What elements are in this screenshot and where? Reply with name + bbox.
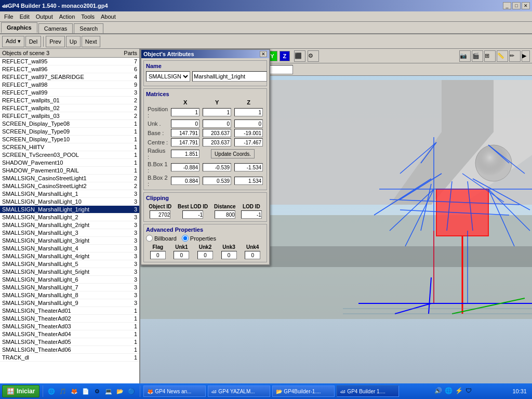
quicklaunch-media[interactable]: 🎵 <box>58 386 68 396</box>
tab-search[interactable]: Search <box>74 23 103 33</box>
lod-id-input[interactable] <box>241 210 262 219</box>
list-item[interactable]: SCREEN_TvScreen03_POOL1 <box>0 151 139 159</box>
radius-input[interactable] <box>171 150 200 158</box>
unk1-input[interactable] <box>174 251 189 259</box>
tray-icon-3[interactable]: ⚡ <box>455 387 463 395</box>
menu-file[interactable]: File <box>1 12 17 21</box>
list-item[interactable]: SCREEN_Display_Type101 <box>0 136 139 143</box>
grid-icon-button[interactable]: ⊞ <box>484 50 496 62</box>
wand-icon-button[interactable]: ✏ <box>509 50 521 62</box>
menu-action[interactable]: Action <box>56 12 78 21</box>
list-item[interactable]: SMALLSIGN_MarshallLight_103 <box>0 198 139 206</box>
list-item[interactable]: SMALLSIGN_TheaterAd011 <box>0 307 139 315</box>
bbox2-y-input[interactable] <box>203 177 231 185</box>
menu-about[interactable]: About <box>98 12 119 21</box>
more-icon-button[interactable]: ▶ <box>522 50 530 62</box>
attr-close-button[interactable]: ✕ <box>260 51 267 57</box>
quicklaunch-extra1[interactable]: 📄 <box>81 386 91 396</box>
list-item[interactable]: SMALLSIGN_MarshallLight_4right3 <box>0 252 139 260</box>
list-item[interactable]: SMALLSIGN_MarshallLight_23 <box>0 214 139 221</box>
list-item[interactable]: REFLECT_wallpits_032 <box>0 112 139 120</box>
pos-y-input[interactable] <box>203 108 231 116</box>
list-item[interactable]: SMALLSIGN_CasinoStreetLight12 <box>0 175 139 182</box>
tab-cameras[interactable]: Cameras <box>38 23 73 33</box>
bbox1-z-input[interactable] <box>234 163 263 171</box>
list-item[interactable]: SMALLSIGN_TheaterAd061 <box>0 346 139 354</box>
quicklaunch-extra4[interactable]: 📂 <box>115 386 125 396</box>
list-item[interactable]: SMALLSIGN_MarshallLight_63 <box>0 276 139 284</box>
list-item[interactable]: SCREEN_Display_Type081 <box>0 120 139 128</box>
list-item[interactable]: SMALLSIGN_MarshallLight_2right3 <box>0 221 139 229</box>
list-item[interactable]: SMALLSIGN_MarshallLight_1right3 <box>0 206 139 214</box>
lock-icon-button[interactable]: ⬛ <box>294 50 305 62</box>
base-y-input[interactable] <box>203 129 231 137</box>
list-item[interactable]: SMALLSIGN_TheaterAd051 <box>0 338 139 346</box>
list-item[interactable]: SCREEN_HillTV1 <box>0 143 139 151</box>
list-item[interactable]: SMALLSIGN_MarshallLight_73 <box>0 284 139 291</box>
unk-z-input[interactable] <box>234 119 263 128</box>
tray-icon-4[interactable]: 🛡 <box>466 387 474 395</box>
menu-tools[interactable]: Tools <box>78 12 98 21</box>
list-item[interactable]: SMALLSIGN_MarshallLight_93 <box>0 299 139 307</box>
quicklaunch-extra2[interactable]: ⚙ <box>92 386 102 396</box>
del-button[interactable]: Del <box>25 36 42 47</box>
list-item[interactable]: SMALLSIGN_MarshallLight_53 <box>0 260 139 268</box>
list-item[interactable]: SMALLSIGN_MarshallLight_5right3 <box>0 268 139 276</box>
bbox2-x-input[interactable] <box>171 177 200 185</box>
film-icon-button[interactable]: 🎬 <box>472 50 483 62</box>
list-item[interactable]: SMALLSIGN_TheaterAd021 <box>0 315 139 323</box>
maximize-button[interactable]: □ <box>512 2 521 9</box>
unk-x-input[interactable] <box>171 119 200 128</box>
list-item[interactable]: SHADOW_Pavement101 <box>0 159 139 167</box>
measure-icon-button[interactable]: 📏 <box>497 50 508 62</box>
taskbar-btn-3[interactable]: 🏎 GP4 Builder 1.... <box>337 385 399 397</box>
quicklaunch-fox[interactable]: 🦊 <box>69 386 79 396</box>
unk-y-input[interactable] <box>203 119 231 128</box>
list-item[interactable]: SMALLSIGN_MarshallLight_43 <box>0 245 139 252</box>
taskbar-btn-1[interactable]: 🏎 GP4 YAZALM... <box>208 385 270 397</box>
name-type-select[interactable]: SMALLSIGN <box>146 71 190 82</box>
settings-icon-button[interactable]: ⚙ <box>308 50 319 62</box>
camera-icon-button[interactable]: 📷 <box>459 50 471 62</box>
axis-z-button[interactable]: Z <box>280 51 290 61</box>
pos-x-input[interactable] <box>171 108 200 116</box>
bbox1-y-input[interactable] <box>203 163 231 171</box>
list-item[interactable]: SHADOW_Pavement10_RAIL1 <box>0 167 139 175</box>
close-button[interactable]: ✕ <box>522 2 530 9</box>
list-item[interactable]: SCREEN_Display_Type091 <box>0 128 139 136</box>
bbox2-z-input[interactable] <box>234 177 263 185</box>
start-button[interactable]: 🪟 Iniciar <box>2 385 39 397</box>
tray-icon-2[interactable]: 🌐 <box>445 387 453 395</box>
base-z-input[interactable] <box>234 129 263 137</box>
object-id-input[interactable] <box>150 210 170 219</box>
list-item[interactable]: SMALLSIGN_MarshallLight_83 <box>0 291 139 299</box>
billboard-radio[interactable] <box>146 235 153 242</box>
quicklaunch-ie[interactable]: 🌐 <box>46 386 57 396</box>
unk4-input[interactable] <box>245 251 260 259</box>
update-coords-button[interactable]: Update Coords. <box>211 149 255 158</box>
bbox1-x-input[interactable] <box>171 163 200 171</box>
pos-z-input[interactable] <box>234 108 263 116</box>
list-item[interactable]: REFLECT_wallpits_012 <box>0 97 139 104</box>
taskbar-btn-2[interactable]: 📂 GP4Builder-1.... <box>272 385 335 397</box>
minimize-button[interactable]: _ <box>503 2 511 9</box>
3d-viewport[interactable]: Object's Attributes ✕ Name SMALLSIGN Mat… <box>140 49 532 383</box>
centre-z-input[interactable] <box>234 138 263 147</box>
list-item[interactable]: SMALLSIGN_TheaterAd041 <box>0 330 139 338</box>
quicklaunch-extra3[interactable]: 💻 <box>103 386 114 396</box>
list-item[interactable]: REFLECT_wall957 <box>0 58 139 65</box>
properties-radio[interactable] <box>182 235 189 242</box>
centre-x-input[interactable] <box>171 138 200 147</box>
next-button[interactable]: Next <box>82 36 101 47</box>
unk3-input[interactable] <box>221 251 237 259</box>
distance-input[interactable] <box>215 210 235 219</box>
tray-icon-1[interactable]: 🔊 <box>434 387 443 395</box>
taskbar-btn-0[interactable]: 🦊 GP4 News an... <box>143 385 206 397</box>
base-x-input[interactable] <box>171 129 200 137</box>
list-item[interactable]: REFLECT_wallpits_022 <box>0 104 139 112</box>
quicklaunch-extra5[interactable]: 🔵 <box>126 386 137 396</box>
list-item[interactable]: SMALLSIGN_MarshallLight_33 <box>0 229 139 237</box>
best-lod-id-input[interactable] <box>182 210 203 219</box>
list-item[interactable]: REFLECT_wall966 <box>0 65 139 73</box>
list-item[interactable]: SMALLSIGN_TheaterAd031 <box>0 323 139 330</box>
